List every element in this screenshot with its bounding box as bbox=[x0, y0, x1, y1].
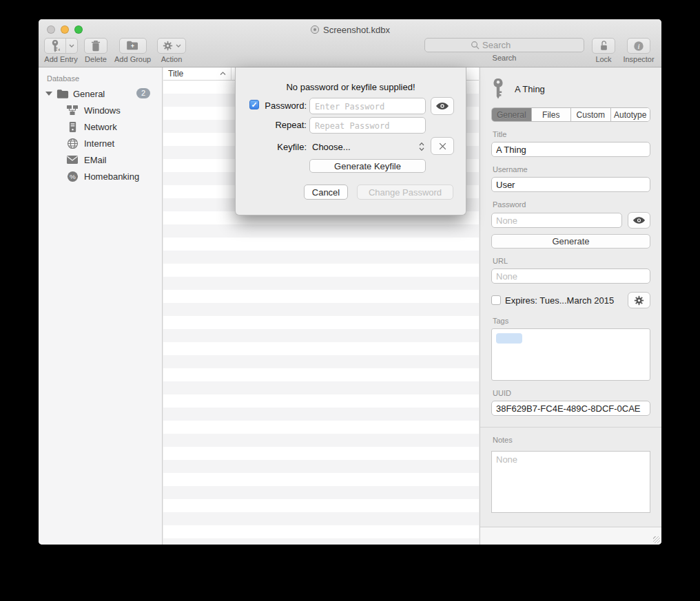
chevron-down-icon bbox=[176, 44, 181, 48]
add-group-button[interactable]: + bbox=[119, 38, 147, 54]
svg-text:+: + bbox=[58, 48, 60, 52]
sheet-repeat-label: Repeat: bbox=[236, 120, 307, 130]
keyfile-popup[interactable]: Choose... bbox=[309, 138, 426, 155]
search-icon bbox=[471, 41, 480, 50]
document-icon bbox=[310, 25, 320, 34]
tab-autotype[interactable]: Autotype bbox=[611, 108, 650, 121]
gear-icon bbox=[634, 295, 644, 306]
sidebar-item-network[interactable]: Network bbox=[39, 118, 162, 135]
lock-label: Lock bbox=[595, 55, 611, 63]
title-field[interactable] bbox=[491, 142, 650, 157]
tab-general[interactable]: General bbox=[492, 108, 532, 121]
tab-custom[interactable]: Custom bbox=[571, 108, 611, 121]
cancel-button[interactable]: Cancel bbox=[304, 184, 348, 200]
column-header-title[interactable]: Title bbox=[163, 67, 231, 80]
uuid-label: UUID bbox=[493, 389, 650, 397]
sheet-warning-message: No password or keyfile supplied! bbox=[236, 82, 466, 92]
username-field[interactable] bbox=[491, 177, 650, 192]
sidebar-item-label: Internet bbox=[84, 138, 114, 149]
password-field[interactable] bbox=[491, 213, 622, 228]
change-password-sheet: No password or keyfile supplied! ✓ Passw… bbox=[235, 67, 466, 215]
generate-keyfile-button[interactable]: Generate Keyfile bbox=[309, 159, 426, 173]
sidebar-item-label: Homebanking bbox=[84, 171, 139, 182]
notes-section: Notes bbox=[480, 427, 661, 515]
server-icon bbox=[66, 120, 79, 133]
sheet-repeat-field[interactable] bbox=[309, 117, 426, 134]
expires-settings-button[interactable] bbox=[628, 292, 650, 308]
info-icon: i bbox=[633, 41, 644, 52]
tag-token[interactable] bbox=[496, 333, 522, 344]
search-input-wrap bbox=[424, 38, 584, 52]
window-title-area: Screenshot.kdbx bbox=[39, 23, 661, 36]
action-button[interactable] bbox=[157, 38, 186, 54]
folder-icon bbox=[56, 89, 69, 99]
url-field[interactable] bbox=[491, 268, 650, 284]
svg-text:+: + bbox=[131, 43, 134, 50]
eye-icon bbox=[435, 102, 449, 110]
tags-label: Tags bbox=[493, 317, 650, 325]
sidebar-item-windows[interactable]: Windows bbox=[39, 102, 162, 118]
titlebar-toolbar: Screenshot.kdbx + Add Entry bbox=[39, 19, 661, 67]
sidebar-item-label: Network bbox=[84, 122, 117, 132]
sidebar-item-email[interactable]: EMail bbox=[39, 151, 162, 168]
clear-keyfile-button[interactable] bbox=[431, 137, 454, 155]
eye-icon bbox=[632, 216, 646, 224]
svg-text:i: i bbox=[638, 42, 640, 50]
lock-button[interactable] bbox=[592, 38, 615, 54]
tags-field[interactable] bbox=[491, 328, 650, 381]
sidebar-header: Database bbox=[39, 67, 162, 85]
sidebar-item-label: EMail bbox=[84, 155, 107, 165]
globe-icon bbox=[66, 137, 79, 149]
delete-label: Delete bbox=[85, 55, 107, 63]
chevron-down-icon bbox=[69, 44, 74, 48]
delete-button[interactable] bbox=[84, 38, 107, 54]
notes-label: Notes bbox=[493, 436, 650, 444]
gear-icon bbox=[163, 41, 173, 51]
sidebar-item-label: General bbox=[73, 89, 105, 99]
expires-label: Expires: Tues...March 2015 bbox=[505, 295, 614, 306]
sidebar-item-homebanking[interactable]: % Homebanking bbox=[39, 168, 162, 184]
password-field-label: Password bbox=[493, 200, 650, 209]
inspector-toolbar-item: i Inspector bbox=[619, 38, 658, 63]
add-entry-button[interactable]: + bbox=[44, 38, 78, 54]
search-toolbar-item: Search bbox=[424, 38, 584, 62]
sidebar-item-general[interactable]: General 2 bbox=[39, 85, 162, 102]
sheet-password-field[interactable] bbox=[309, 98, 426, 114]
search-input[interactable] bbox=[482, 40, 551, 50]
sidebar-item-internet[interactable]: Internet bbox=[39, 135, 162, 151]
expires-checkbox[interactable] bbox=[491, 295, 501, 305]
delete-toolbar-item: Delete bbox=[84, 38, 107, 63]
username-field-label: Username bbox=[493, 165, 650, 173]
change-password-button[interactable]: Change Password bbox=[357, 184, 453, 200]
inspector-tabs: General Files Custom Autotype bbox=[491, 107, 650, 122]
sheet-reveal-password-button[interactable] bbox=[431, 97, 454, 115]
tab-files[interactable]: Files bbox=[532, 108, 572, 121]
inspector-button[interactable]: i bbox=[627, 38, 650, 54]
search-label: Search bbox=[493, 54, 517, 62]
add-entry-toolbar-item: + Add Entry bbox=[44, 38, 78, 63]
stepper-chevrons-icon bbox=[419, 142, 424, 151]
resize-grip[interactable] bbox=[653, 536, 660, 543]
uuid-field[interactable] bbox=[491, 401, 650, 416]
notes-field[interactable] bbox=[491, 451, 650, 513]
inspector-label: Inspector bbox=[623, 55, 654, 63]
inspector-panel: A Thing General Files Custom Autotype Ti… bbox=[480, 67, 661, 545]
lock-toolbar-item: Lock bbox=[592, 38, 615, 63]
disclosure-triangle-icon[interactable] bbox=[45, 92, 52, 96]
reveal-password-button[interactable] bbox=[628, 212, 650, 229]
sheet-password-label: Password: bbox=[236, 101, 307, 111]
x-icon bbox=[438, 142, 447, 151]
add-group-label: Add Group bbox=[114, 55, 151, 63]
folder-plus-icon: + bbox=[126, 41, 139, 51]
keyfile-popup-value: Choose... bbox=[312, 142, 351, 152]
add-group-toolbar-item: + Add Group bbox=[114, 38, 151, 63]
percent-icon: % bbox=[66, 170, 79, 182]
add-entry-label: Add Entry bbox=[44, 55, 77, 63]
key-plus-icon: + bbox=[50, 40, 60, 52]
sidebar-item-label: Windows bbox=[84, 105, 121, 116]
action-label: Action bbox=[161, 55, 183, 63]
generate-password-button[interactable]: Generate bbox=[491, 234, 650, 249]
action-toolbar-item: Action bbox=[157, 38, 186, 63]
window-title: Screenshot.kdbx bbox=[323, 25, 390, 35]
sheet-keyfile-label: Keyfile: bbox=[236, 142, 307, 152]
